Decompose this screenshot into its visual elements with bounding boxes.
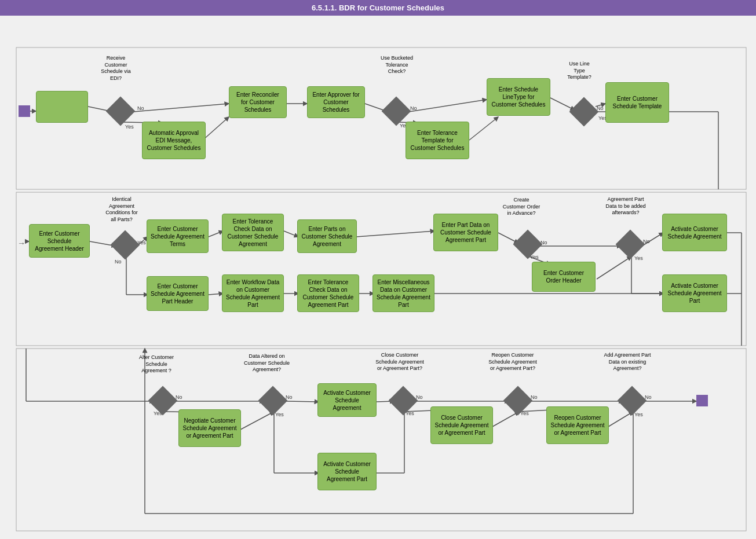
tol-check-part-label: Enter Tolerance Check Data on Customer S… (297, 274, 359, 312)
svg-text:No: No (410, 105, 417, 111)
diamond-edi (110, 101, 131, 122)
diamond-alter (152, 390, 173, 411)
svg-line-28 (597, 256, 631, 279)
auto-edi-label: Automatic Approval EDI Message, Customer… (142, 122, 206, 159)
svg-text:Yes: Yes (125, 124, 134, 130)
bucketed-question: Use BucketedToleranceCheck? (371, 55, 423, 75)
activate-part-label: Activate Customer Schedule Agreement Par… (662, 274, 727, 312)
node-part-data[interactable]: Enter Part Data on Customer Schedule Agr… (433, 214, 498, 251)
data-altered-question: Data Altered onCustomer ScheduleAgreemen… (236, 353, 297, 373)
svg-text:Yes: Yes (634, 412, 643, 417)
diamond-bucketed (386, 101, 407, 122)
node-reopen-agreement[interactable]: Reopen Customer Schedule Agreement or Ag… (546, 406, 609, 444)
alter-question: Alter CustomerScheduleAgreement ? (130, 354, 182, 375)
parts-agreement-label: Enter Parts on Customer Schedule Agreeme… (297, 219, 357, 253)
approver-label: Enter Approver for Customer Schedules (307, 86, 365, 118)
node-approver[interactable]: Enter Approver for Customer Schedules (307, 86, 365, 118)
cross-ref-label (36, 91, 88, 123)
diamond-identical (115, 234, 136, 255)
diamond-linetype (574, 101, 594, 122)
node-misc-data[interactable]: Enter Miscellaneous Data on Customer Sch… (372, 274, 434, 312)
diagram-area: No Yes No Yes No Yes Yes No No Yes No Ye… (0, 16, 756, 537)
diamond-agreement-part (620, 234, 641, 255)
svg-line-7 (203, 117, 229, 140)
close-question: Close CustomerSchedule Agreementor Agree… (368, 352, 432, 372)
reconciler-label: Enter Reconciler for Customer Schedules (229, 86, 287, 118)
node-tolerance-tmpl[interactable]: Enter Tolerance Template for Customer Sc… (406, 122, 469, 159)
activate-part2-label: Activate Customer Schedule Agreement Par… (317, 453, 377, 490)
svg-line-13 (550, 98, 575, 110)
node-close-agreement[interactable]: Close Customer Schedule Agreement or Agr… (430, 406, 493, 444)
diamond-reopen (507, 390, 528, 411)
node-auto-edi[interactable]: Automatic Approval EDI Message, Customer… (142, 122, 206, 159)
svg-line-24 (356, 231, 434, 237)
node-agreement-part-hdr[interactable]: Enter Customer Schedule Agreement Part H… (147, 276, 209, 311)
misc-data-label: Enter Miscellaneous Data on Customer Sch… (372, 274, 434, 312)
linetype-question: Use LineTypeTemplate? (556, 61, 602, 81)
start-node-1 (19, 105, 30, 117)
svg-line-55 (608, 412, 633, 427)
agreement-part-question: Agreement PartData to be addedafterwards… (597, 196, 655, 217)
svg-text:No: No (115, 259, 122, 265)
node-cust-sched-tmpl[interactable]: Enter Customer Schedule Template (605, 82, 669, 123)
node-activate-agreement2[interactable]: Activate Customer Schedule Agreement (317, 383, 377, 417)
node-agreement-terms[interactable]: Enter Customer Schedule Agreement Terms (147, 219, 209, 253)
svg-line-23 (284, 231, 298, 237)
node-parts-agreement[interactable]: Enter Parts on Customer Schedule Agreeme… (297, 219, 357, 253)
svg-line-52 (492, 412, 519, 427)
negotiate-label: Negotiate Customer Schedule Agreement or… (178, 409, 241, 447)
part-data-label: Enter Part Data on Customer Schedule Agr… (433, 214, 498, 251)
diamond-close (393, 390, 414, 411)
node-activate-agreement[interactable]: Activate Customer Schedule Agreement (662, 214, 727, 251)
page-title: 6.5.1.1. BDR for Customer Schedules (312, 3, 444, 12)
diamond-create-order (517, 234, 538, 255)
svg-rect-2 (16, 349, 746, 531)
agreement-part-hdr-label: Enter Customer Schedule Agreement Part H… (147, 276, 209, 311)
node-tol-check-part[interactable]: Enter Tolerance Check Data on Customer S… (297, 274, 359, 312)
svg-line-43 (240, 412, 274, 430)
sched-linetype-label: Enter Schedule LineType for Customer Sch… (487, 78, 550, 116)
agreement-terms-label: Enter Customer Schedule Agreement Terms (147, 219, 209, 253)
order-header-label: Enter Customer Order Header (532, 262, 596, 292)
agreement-hdr-label: Enter Customer Schedule Agreement Header (29, 224, 90, 258)
add-part-question: Add Agreement PartData on existingAgreem… (596, 352, 659, 372)
node-sched-linetype[interactable]: Enter Schedule LineType for Customer Sch… (487, 78, 550, 116)
node-cross-ref[interactable] (36, 91, 88, 123)
create-order-question: CreateCustomer Orderin Advance? (495, 197, 547, 217)
cust-sched-tmpl-label: Enter Customer Schedule Template (605, 82, 669, 123)
diamond-data-altered (262, 390, 283, 411)
activate-agreement-label: Activate Customer Schedule Agreement (662, 214, 727, 251)
edi-question: ReceiveCustomerSchedule viaEDI? (93, 55, 139, 82)
close-agreement-label: Close Customer Schedule Agreement or Agr… (430, 406, 493, 444)
reopen-question: Reopen CustomerSchedule Agreementor Agre… (481, 352, 545, 372)
svg-line-14 (596, 104, 605, 107)
node-activate-part2[interactable]: Activate Customer Schedule Agreement Par… (317, 453, 377, 490)
svg-line-44 (284, 401, 319, 402)
node-agreement-hdr[interactable]: Enter Customer Schedule Agreement Header (29, 224, 90, 258)
svg-text:No: No (137, 105, 144, 111)
node-activate-part[interactable]: Activate Customer Schedule Agreement Par… (662, 274, 727, 312)
node-tol-check-agreement[interactable]: Enter Tolerance Check Data on Customer S… (222, 214, 284, 251)
svg-line-10 (409, 100, 487, 112)
svg-line-12 (469, 117, 498, 140)
svg-line-34 (209, 294, 223, 295)
workflow-part-label: Enter Workflow Data on Customer Schedule… (222, 274, 284, 312)
node-reconciler[interactable]: Enter Reconciler for Customer Schedules (229, 86, 287, 118)
node-negotiate[interactable]: Negotiate Customer Schedule Agreement or… (178, 409, 241, 447)
main-container: 6.5.1.1. BDR for Customer Schedules (0, 0, 756, 539)
node-workflow-part[interactable]: Enter Workflow Data on Customer Schedule… (222, 274, 284, 312)
tol-check-agreement-label: Enter Tolerance Check Data on Customer S… (222, 214, 284, 251)
identical-question: IdenticalAgreementConditions forall Part… (96, 196, 148, 223)
start-arrow-2: → (17, 239, 25, 248)
diamond-add-part (622, 390, 642, 411)
svg-text:Yes: Yes (275, 412, 284, 417)
svg-line-5 (134, 104, 229, 112)
node-order-header[interactable]: Enter Customer Order Header (532, 262, 596, 292)
tolerance-tmpl-label: Enter Tolerance Template for Customer Sc… (406, 122, 469, 159)
reopen-agreement-label: Reopen Customer Schedule Agreement or Ag… (546, 406, 609, 444)
svg-line-22 (209, 231, 223, 237)
title-bar: 6.5.1.1. BDR for Customer Schedules (0, 0, 756, 16)
end-node (696, 395, 708, 406)
svg-text:Yes: Yes (634, 255, 643, 261)
activate-agreement2-label: Activate Customer Schedule Agreement (317, 383, 377, 417)
